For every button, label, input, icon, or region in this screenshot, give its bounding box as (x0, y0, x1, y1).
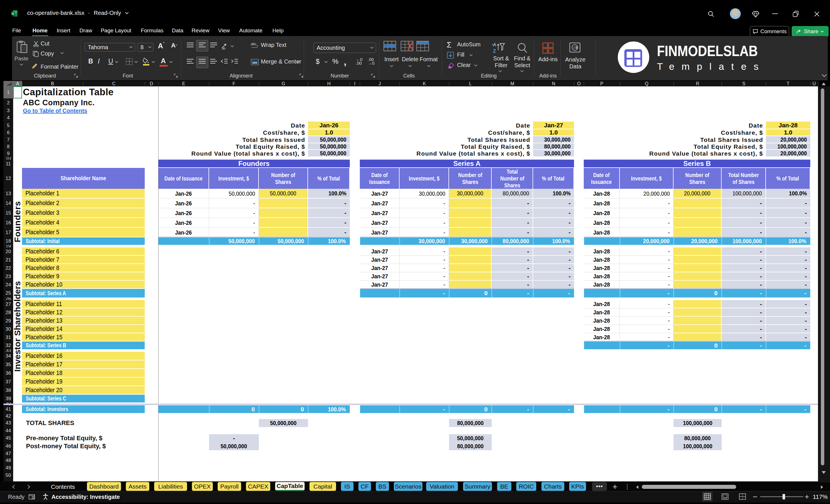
svg-text:Z: Z (493, 49, 496, 54)
svg-text:x: x (12, 12, 14, 15)
svg-text:A: A (493, 42, 497, 47)
svg-text:ab: ab (251, 42, 255, 46)
svg-text:ab: ab (222, 46, 225, 50)
